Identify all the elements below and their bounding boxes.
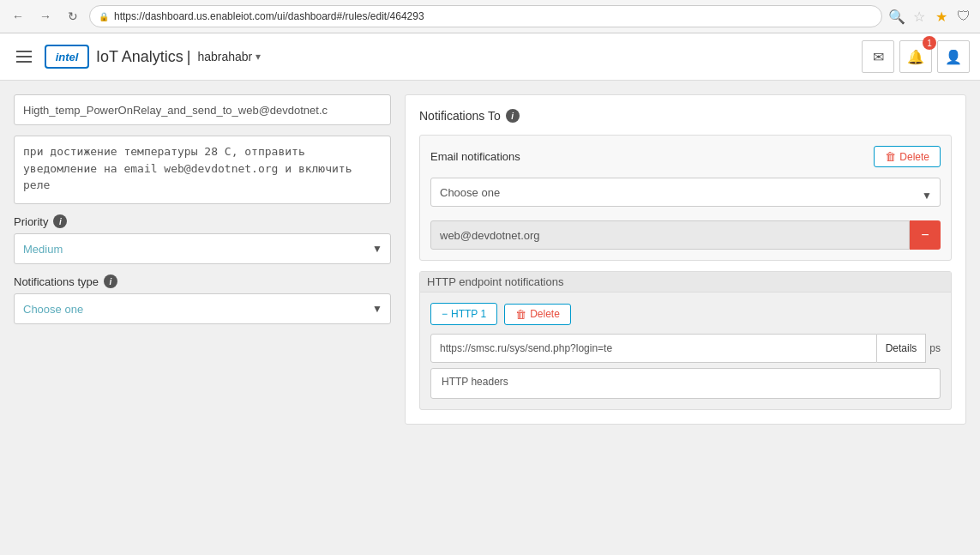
http-delete-button[interactable]: 🗑 Delete — [504, 304, 571, 325]
title-divider: | — [187, 48, 191, 66]
hamburger-line — [16, 56, 32, 57]
notifications-button[interactable]: 🔔 1 — [899, 40, 932, 73]
priority-label-text: Priority — [14, 215, 48, 228]
right-panel: Notifications To i Email notifications 🗑… — [405, 94, 966, 523]
browser-chrome: ← → ↻ 🔒 https://dashboard.us.enableiot.c… — [0, 0, 980, 33]
priority-select[interactable]: Medium Low High — [14, 233, 391, 264]
hamburger-line — [16, 51, 32, 52]
email-delete-label: Delete — [899, 151, 929, 163]
notifications-to-info-icon[interactable]: i — [506, 109, 520, 123]
shield-icon[interactable]: 🛡 — [954, 7, 973, 26]
http1-button[interactable]: − HTTP 1 — [430, 303, 497, 325]
rule-name-input[interactable] — [14, 94, 391, 125]
search-icon[interactable]: 🔍 — [887, 7, 906, 26]
main-content: при достижение температуры 28 С, отправи… — [0, 81, 980, 537]
user-button[interactable]: 👤 — [937, 40, 970, 73]
trash-icon: 🗑 — [885, 150, 896, 163]
header-right: ✉ 🔔 1 👤 — [862, 40, 970, 73]
address-bar[interactable]: 🔒 https://dashboard.us.enableiot.com/ui/… — [89, 5, 882, 27]
notifications-to-title: Notifications To — [419, 109, 501, 123]
http-url-input[interactable] — [430, 334, 877, 363]
hamburger-button[interactable] — [10, 43, 38, 70]
description-textarea[interactable]: при достижение температуры 28 С, отправи… — [14, 136, 391, 204]
http-headers-label: HTTP headers — [442, 376, 508, 388]
http-section-title: HTTP endpoint notifications — [420, 272, 951, 293]
ps-label: ps — [929, 342, 941, 354]
http-delete-label: Delete — [530, 308, 560, 320]
bookmark-filled-icon[interactable]: ★ — [932, 7, 951, 26]
refresh-button[interactable]: ↻ — [62, 5, 84, 27]
notification-badge: 1 — [923, 36, 936, 50]
email-remove-button[interactable]: − — [910, 220, 941, 250]
lock-icon: 🔒 — [99, 12, 109, 21]
browser-actions: 🔍 ☆ ★ 🛡 — [887, 7, 973, 26]
app-title: IoT Analytics — [96, 48, 183, 66]
bell-icon: 🔔 — [907, 49, 924, 65]
section-header: Notifications To i — [419, 109, 952, 123]
notifications-to-section: Notifications To i Email notifications 🗑… — [405, 94, 966, 425]
priority-info-icon[interactable]: i — [53, 214, 67, 228]
intel-logo: intel — [45, 45, 89, 69]
url-text: https://dashboard.us.enableiot.com/ui/da… — [114, 10, 424, 22]
http-url-row: Details ps — [430, 334, 941, 363]
http-endpoint-section: HTTP endpoint notifications − HTTP 1 🗑 D… — [419, 271, 952, 410]
http-buttons-row: − HTTP 1 🗑 Delete — [430, 303, 941, 325]
details-label: Details — [886, 342, 917, 354]
app-header: intel IoT Analytics | habrahabr ▾ ✉ 🔔 1 … — [0, 33, 980, 81]
http-headers-box: HTTP headers — [430, 368, 941, 399]
user-icon: 👤 — [945, 49, 962, 65]
email-icon: ✉ — [873, 49, 884, 65]
notifications-type-select[interactable]: Choose one — [14, 293, 391, 324]
email-input-row: − — [430, 220, 941, 250]
back-button[interactable]: ← — [7, 5, 29, 27]
intel-logo-text: intel — [56, 51, 79, 63]
priority-select-wrapper: Medium Low High ▼ — [14, 233, 391, 264]
notifications-type-label: Notifications type i — [14, 274, 391, 288]
bookmark-icon[interactable]: ☆ — [910, 7, 929, 26]
email-type-select[interactable]: Choose one — [430, 178, 941, 207]
notifications-type-label-text: Notifications type — [14, 275, 99, 288]
email-input[interactable] — [430, 220, 910, 250]
email-notifications-card: Email notifications 🗑 Delete Choose one … — [419, 135, 952, 261]
http-trash-icon: 🗑 — [515, 308, 526, 321]
notifications-type-info-icon[interactable]: i — [104, 274, 117, 288]
account-dropdown[interactable]: habrahabr ▾ — [197, 50, 261, 63]
email-card-title: Email notifications — [430, 150, 520, 163]
left-panel: при достижение температуры 28 С, отправи… — [14, 94, 391, 523]
http1-minus-icon: − — [442, 308, 448, 320]
email-delete-button[interactable]: 🗑 Delete — [874, 146, 941, 167]
notifications-type-select-wrapper: Choose one ▼ — [14, 293, 391, 324]
email-card-header: Email notifications 🗑 Delete — [430, 146, 941, 167]
http1-label: HTTP 1 — [451, 308, 486, 320]
dropdown-arrow-icon: ▾ — [256, 51, 261, 63]
priority-label: Priority i — [14, 214, 391, 228]
account-name: habrahabr — [197, 50, 252, 63]
notifications-type-group: Notifications type i Choose one ▼ — [14, 274, 391, 324]
forward-button[interactable]: → — [34, 5, 57, 27]
minus-icon: − — [921, 227, 929, 243]
priority-group: Priority i Medium Low High ▼ — [14, 214, 391, 264]
email-button[interactable]: ✉ — [862, 40, 894, 73]
choose-one-wrapper: Choose one ▼ — [430, 178, 941, 214]
details-button[interactable]: Details — [877, 334, 927, 363]
hamburger-line — [16, 61, 32, 63]
